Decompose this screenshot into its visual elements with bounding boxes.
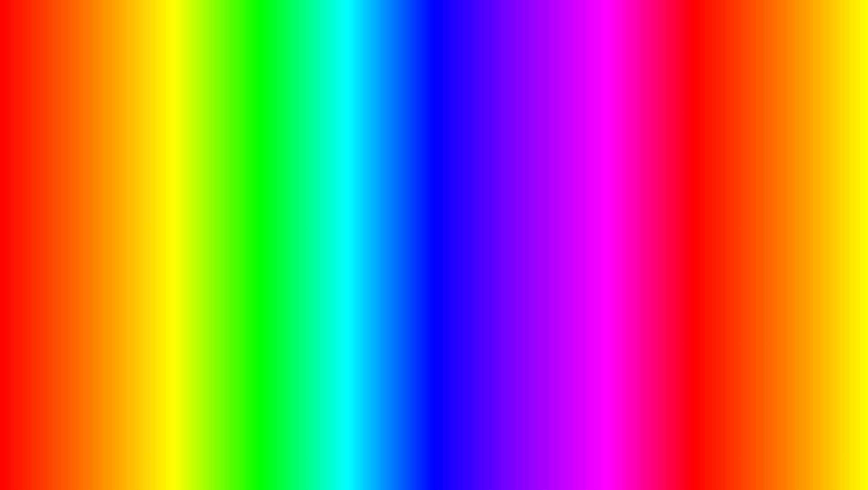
feature-death-godmode[interactable]: 💀 Death Godmode ⋮: [131, 173, 314, 187]
panel-right: whopper battles ✕ Combat Movement Abilit…: [525, 145, 759, 285]
check-icon-autofarm: ✔: [138, 191, 146, 199]
feature-mode1[interactable]: Mode ⋮: [131, 203, 314, 218]
dots-antitimestop[interactable]: ⋮: [746, 192, 752, 199]
skull-icon: 💀: [138, 176, 146, 184]
sidebar-item-world-right[interactable]: World: [526, 218, 575, 232]
check-icon-au: ✔: [138, 222, 146, 230]
panel-left-body: Combat Movement Abilities Gloves World C…: [82, 159, 314, 285]
feature-name-spamspace: SpamSpace: [595, 177, 746, 183]
dots-velocity[interactable]: ⋮: [301, 253, 308, 260]
content-header-abilities: Abilities: [576, 159, 758, 173]
feature-goldengodmode[interactable]: GoldenGodmode ⋮: [576, 218, 758, 233]
circle-icon-goldengodmode: [582, 222, 590, 230]
panel-left-sidebar: Combat Movement Abilities Gloves World: [82, 159, 131, 285]
panel-right-sidebar: Combat Movement Abilities Gloves World: [526, 159, 576, 285]
feature-mode2[interactable]: Mode ⋮: [131, 234, 314, 249]
circle-icon-autoreverse: [582, 237, 590, 245]
feature-velocity[interactable]: Velocity ⋮: [131, 249, 314, 264]
panel-right-title: whopper battles: [532, 149, 573, 156]
feature-au[interactable]: ✔ Au ⋮: [131, 218, 314, 233]
script-pastebin-text: SCRIPT PASTEBIN: [453, 433, 741, 466]
game-title: SLAP BATTLES: [5, 14, 863, 86]
dots-death-godmode[interactable]: ⋮: [301, 176, 308, 183]
feature-name-goldendelay: GoldenDelay: [595, 207, 746, 214]
dots-mode1[interactable]: ⋮: [301, 207, 308, 214]
feature-autoreverse[interactable]: AutoReverse ⋮: [576, 234, 758, 249]
sidebar-item-movement-left[interactable]: Movement: [82, 176, 131, 190]
content-header-combat: Combat: [131, 159, 314, 173]
feature-name-mode1: Mode: [150, 207, 301, 214]
lines-icon-mode1: [138, 206, 146, 214]
feature-goldendelay[interactable]: 〜 GoldenDelay ⋮: [576, 203, 758, 218]
dots-au[interactable]: ⋮: [301, 222, 308, 229]
lines-icon-mode2: [138, 237, 146, 245]
dots-mode2[interactable]: ⋮: [301, 237, 308, 245]
sidebar-item-abilities-right[interactable]: Abilities: [528, 190, 573, 204]
feature-name-antitimestop: AntiTimeStop: [595, 192, 746, 199]
dots-autoreverse[interactable]: ⋮: [746, 237, 752, 245]
panel-right-content: Abilities SpamSpace ⋮ AntiTimeStop ⋮ 〜 G…: [576, 159, 758, 285]
dots-goldendelay[interactable]: ⋮: [746, 207, 752, 214]
panel-left: whopper battles ✕ Combat Movement Abilit…: [81, 145, 315, 285]
title-text: SLAP BATTLES: [171, 10, 697, 90]
feature-autofarm[interactable]: ✔ AutoFarm ⋮: [131, 188, 314, 203]
panel-right-body: Combat Movement Abilities Gloves World A…: [526, 159, 758, 285]
sidebar-item-gloves-left[interactable]: Gloves: [82, 204, 131, 218]
sidebar-item-movement-right[interactable]: Movement: [526, 176, 575, 190]
panel-left-content: Combat 💀 Death Godmode ⋮ ✔ AutoFarm ⋮: [131, 159, 314, 285]
circle-icon-antirockkill: [582, 252, 590, 260]
dots-goldengodmode[interactable]: ⋮: [746, 222, 752, 229]
feature-name-goldengodmode: GoldenGodmode: [595, 223, 746, 229]
feature-antirockkill[interactable]: AntiRockKill ⋮: [576, 249, 758, 264]
sidebar-item-combat-right[interactable]: Combat: [526, 162, 575, 176]
dots-antirockkill[interactable]: ⋮: [746, 253, 752, 260]
feature-antitimestop[interactable]: AntiTimeStop ⋮: [576, 188, 758, 203]
feature-name-death-godmode: Death Godmode: [150, 177, 301, 183]
feature-name-au: Au: [150, 223, 301, 229]
sidebar-item-abilities-left[interactable]: Abilities: [82, 190, 131, 204]
circle-icon-antitimestop: [582, 191, 590, 199]
sidebar-item-gloves-right[interactable]: Gloves: [526, 204, 575, 218]
auto-farm-text: AUTO FARM: [127, 413, 442, 470]
panel-left-close[interactable]: ✕: [303, 148, 309, 156]
feature-name-autoreverse: AutoReverse: [595, 238, 746, 245]
feature-name-antirockkill: AntiRockKill: [595, 253, 746, 260]
feature-name-autofarm: AutoFarm: [150, 192, 301, 199]
panel-right-close[interactable]: ✕: [747, 148, 753, 156]
panel-left-header: whopper battles ✕: [82, 146, 314, 159]
panel-right-header: whopper battles ✕: [526, 146, 758, 159]
feature-name-mode2: Mode: [150, 238, 301, 245]
dots-autofarm[interactable]: ⋮: [301, 192, 308, 199]
sidebar-item-world-left[interactable]: World: [82, 218, 131, 232]
sidebar-item-combat-left[interactable]: Combat: [84, 162, 129, 176]
main-container: SLAP BATTLES MOBILE ✔ ANDROID ✔ AUTO FAR…: [0, 0, 868, 490]
wave-icon-goldendelay: 〜: [582, 206, 590, 214]
dots-spamspace[interactable]: ⋮: [746, 176, 752, 183]
circle-icon-spamspace: [582, 176, 590, 184]
feature-spamspace[interactable]: SpamSpace ⋮: [576, 173, 758, 187]
inner-content: SLAP BATTLES MOBILE ✔ ANDROID ✔ AUTO FAR…: [5, 5, 863, 485]
bottom-label: AUTO FARM SCRIPT PASTEBIN: [127, 412, 741, 471]
panel-left-title: whopper battles: [87, 149, 129, 156]
circle-icon-velocity: [138, 252, 146, 260]
feature-name-velocity: Velocity: [150, 253, 301, 260]
